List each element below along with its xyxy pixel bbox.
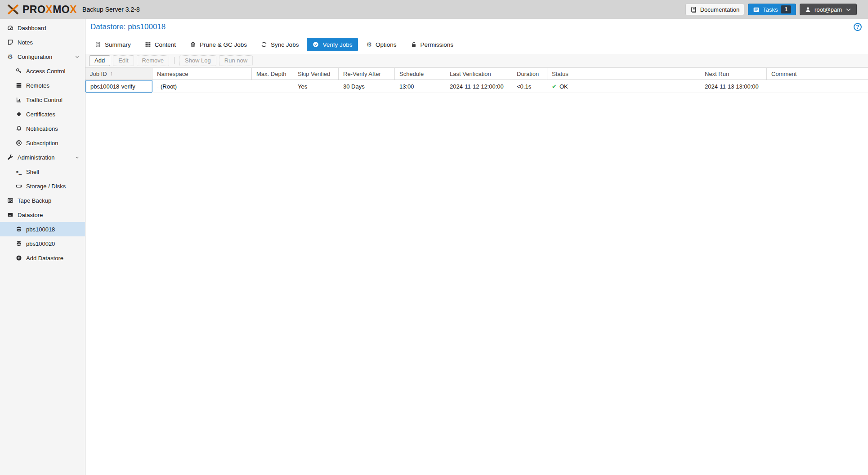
sidebar-item-dashboard[interactable]: Dashboard [0, 21, 85, 35]
cell-re-verify-after[interactable]: 30 Days [339, 80, 395, 93]
help-icon[interactable]: ? [854, 23, 862, 31]
status-ok-check-icon: ✔ [552, 83, 557, 90]
tab-summary[interactable]: Summary [89, 38, 137, 51]
sidebar-item-label: Administration [18, 154, 54, 161]
column-header-skip-verified[interactable]: Skip Verified [293, 68, 339, 80]
tasks-count-badge: 1 [781, 5, 791, 13]
cell-duration[interactable]: <0.1s [512, 80, 547, 93]
sidebar-item-label: Notifications [26, 125, 58, 132]
tape-icon [6, 197, 14, 204]
sidebar-item-shell[interactable]: >_Shell [0, 164, 85, 179]
sidebar-item-label: Remotes [26, 82, 49, 89]
sidebar-item-configuration[interactable]: ⚙Configuration [0, 49, 85, 64]
tab-prune-gc-jobs[interactable]: Prune & GC Jobs [184, 38, 253, 51]
sidebar-item-tape-backup[interactable]: Tape Backup [0, 193, 85, 208]
column-header-label: Duration [517, 71, 539, 77]
grid-toolbar: AddEditRemoveShow LogRun now [85, 54, 868, 67]
remove-button: Remove [137, 55, 169, 66]
sidebar-item-label: Dashboard [18, 25, 46, 31]
tasks-label: Tasks [763, 6, 778, 13]
sidebar-item-pbs100020[interactable]: pbs100020 [0, 236, 85, 251]
cell-last-verification[interactable]: 2024-11-12 12:00:00 [445, 80, 512, 93]
status-text: OK [559, 83, 568, 90]
run-now-button: Run now [219, 55, 253, 66]
sidebar-item-label: Storage / Disks [26, 183, 66, 190]
column-header-schedule[interactable]: Schedule [395, 68, 445, 80]
show-log-button: Show Log [179, 55, 216, 66]
sidebar-item-label: Add Datastore [26, 255, 63, 262]
column-header-job-id[interactable]: Job ID↑ [85, 68, 152, 80]
grid-icon [145, 41, 151, 48]
sidebar-item-datastore[interactable]: Datastore [0, 208, 85, 222]
column-header-status[interactable]: Status [547, 68, 700, 80]
top-bar: PROXMOX Backup Server 3.2-8 Documentatio… [0, 0, 868, 19]
column-header-label: Last Verification [450, 71, 491, 77]
column-header-namespace[interactable]: Namespace [152, 68, 252, 80]
sidebar-item-pbs100018[interactable]: pbs100018 [0, 222, 85, 236]
edit-button: Edit [113, 55, 134, 66]
sidebar-item-label: pbs100018 [26, 226, 55, 233]
sidebar-item-certificates[interactable]: Certificates [0, 107, 85, 121]
user-menu-button[interactable]: root@pam [800, 4, 857, 15]
cell-max-depth[interactable] [252, 80, 293, 93]
chevron-down-icon[interactable] [75, 155, 80, 160]
documentation-button[interactable]: Documentation [685, 4, 744, 15]
sidebar-item-traffic-control[interactable]: Traffic Control [0, 93, 85, 107]
proxmox-backup-server-app: PROXMOX Backup Server 3.2-8 Documentatio… [0, 0, 868, 475]
cell-schedule[interactable]: 13:00 [395, 80, 445, 93]
tab-label: Sync Jobs [271, 41, 299, 48]
proxmox-x-icon [6, 3, 20, 16]
column-header-label: Re-Verify After [343, 71, 381, 77]
traffic-icon [15, 97, 22, 103]
tab-label: Content [155, 41, 176, 48]
sidebar-item-label: pbs100020 [26, 240, 55, 247]
database-icon [15, 226, 22, 232]
panel-header: Datastore: pbs100018 ? [85, 19, 868, 35]
wrench-icon [6, 154, 14, 160]
page-title: Datastore: pbs100018 [90, 22, 166, 31]
tab-content[interactable]: Content [139, 38, 182, 51]
verify-jobs-grid: Job ID↑NamespaceMax. DepthSkip VerifiedR… [85, 67, 868, 475]
cell-skip-verified[interactable]: Yes [293, 80, 339, 93]
chevron-down-icon[interactable] [75, 54, 80, 59]
product-version-label: Backup Server 3.2-8 [82, 6, 140, 13]
sidebar-item-storage-disks[interactable]: Storage / Disks [0, 179, 85, 193]
cell-namespace[interactable]: - (Root) [152, 80, 252, 93]
certificate-icon [15, 111, 22, 117]
sidebar-item-administration[interactable]: Administration [0, 150, 85, 164]
plus-circle-icon [15, 255, 22, 261]
tab-sync-jobs[interactable]: Sync Jobs [255, 38, 304, 51]
sidebar-item-add-datastore[interactable]: Add Datastore [0, 251, 85, 265]
sidebar-item-label: Datastore [18, 212, 43, 218]
cell-comment[interactable] [767, 80, 868, 93]
column-header-label: Namespace [157, 71, 188, 77]
sidebar-item-label: Certificates [26, 111, 55, 118]
tab-options[interactable]: ⚙Options [360, 38, 402, 51]
column-header-comment[interactable]: Comment [767, 68, 868, 80]
column-header-next-run[interactable]: Next Run [700, 68, 767, 80]
tab-verify-jobs[interactable]: Verify Jobs [307, 38, 358, 51]
tab-permissions[interactable]: Permissions [405, 38, 460, 51]
sidebar-item-label: Access Control [26, 68, 65, 75]
sidebar-item-access-control[interactable]: Access Control [0, 64, 85, 78]
book-icon [95, 41, 101, 48]
cell-next-run[interactable]: 2024-11-13 13:00:00 [700, 80, 767, 93]
table-row[interactable]: pbs100018-verify- (Root)Yes30 Days13:002… [85, 80, 868, 93]
sidebar-item-remotes[interactable]: Remotes [0, 78, 85, 93]
bell-icon [15, 125, 22, 132]
column-header-max-depth[interactable]: Max. Depth [252, 68, 293, 80]
column-header-duration[interactable]: Duration [512, 68, 547, 80]
column-header-label: Next Run [705, 71, 729, 77]
column-header-last-verification[interactable]: Last Verification [445, 68, 512, 80]
cell-job-id[interactable]: pbs100018-verify [85, 80, 152, 93]
database-icon [15, 240, 22, 247]
sidebar-item-subscription[interactable]: Subscription [0, 136, 85, 150]
cell-status[interactable]: ✔OK [547, 80, 700, 93]
tasks-button[interactable]: Tasks 1 [748, 4, 796, 15]
column-header-label: Status [552, 71, 568, 77]
sidebar-item-notes[interactable]: Notes [0, 35, 85, 49]
sidebar-item-notifications[interactable]: Notifications [0, 121, 85, 136]
drive-icon [15, 183, 22, 189]
column-header-re-verify-after[interactable]: Re-Verify After [339, 68, 395, 80]
add-button[interactable]: Add [89, 55, 110, 66]
